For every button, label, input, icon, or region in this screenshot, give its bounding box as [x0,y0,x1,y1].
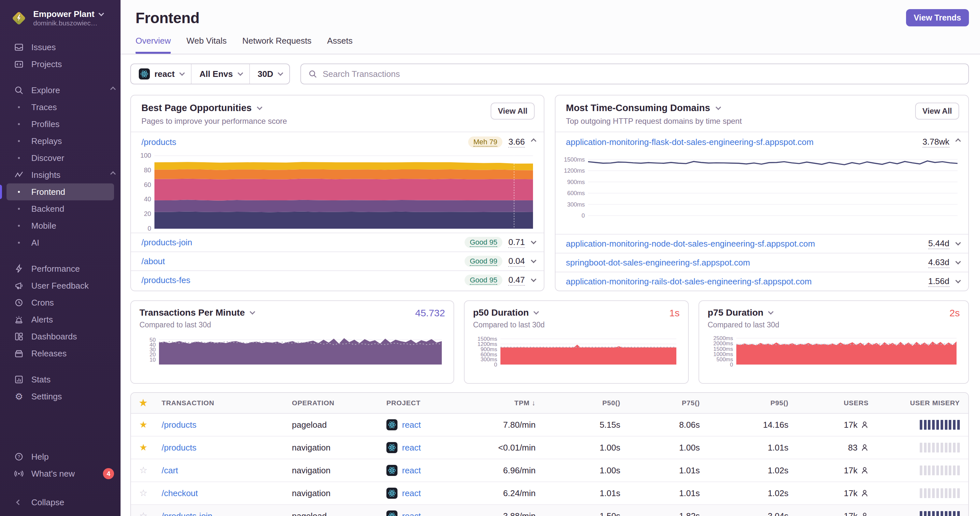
column-users[interactable]: USERS [794,399,875,407]
expand-row-icon[interactable] [531,239,536,245]
sidebar-group-explore[interactable]: Explore [0,82,121,99]
sidebar-item-mobile[interactable]: Mobile [0,217,121,234]
transaction-link[interactable]: /products-join [142,238,192,248]
tpm-title-toggle[interactable]: Transactions Per Minute [140,308,253,318]
expand-row-icon[interactable] [955,259,961,265]
expand-row-icon[interactable] [531,258,536,263]
transaction-link[interactable]: /about [142,256,165,267]
column-tpm-sorted[interactable]: TPM ↓ [475,399,541,407]
star-toggle[interactable]: ☆ [139,465,147,475]
page-opportunity-row[interactable]: /products Meh 79 3.66 [131,132,544,152]
sidebar-item-performance[interactable]: Performance [0,260,121,277]
tpm-cell: 6.24/min [475,488,541,499]
sidebar-item-user-feedback[interactable]: User Feedback [0,277,121,294]
date-range-filter[interactable]: 30D [249,64,290,84]
sidebar-item-frontend[interactable]: Frontend [0,183,121,200]
star-toggle[interactable]: ☆ [139,488,147,498]
domain-link[interactable]: application-monitoring-flask-dot-sales-e… [566,137,813,147]
domain-row[interactable]: application-monitoring-rails-dot-sales-e… [555,271,968,291]
tab-assets[interactable]: Assets [327,36,353,54]
project-link[interactable]: react [402,465,421,476]
page-opportunity-row[interactable]: /products-join Good 95 0.71 [131,233,544,251]
table-row[interactable]: ★ /products pageload react 7.80/min 5.15… [131,414,968,437]
p75-area-chart[interactable]: 0500ms1000ms1500ms2000ms2500ms [708,335,960,367]
view-all-domains-button[interactable]: View All [915,103,959,119]
domain-duration-line-chart[interactable]: 0300ms600ms900ms1200ms1500ms [559,153,961,218]
tab-network-requests[interactable]: Network Requests [242,36,312,54]
sidebar-item-traces[interactable]: Traces [0,99,121,116]
sidebar-item-profiles[interactable]: Profiles [0,116,121,133]
table-row[interactable]: ☆ /cart navigation react 6.96/min 1.00s … [131,459,968,482]
sidebar-item-stats[interactable]: Stats [0,371,121,388]
card-title-toggle[interactable]: Best Page Opportunities [142,103,287,113]
table-row[interactable]: ☆ /products-join pageload react 3.88/min… [131,505,968,516]
org-switcher[interactable]: Empower Plant dominik.buszowiec… [0,0,121,33]
card-title-toggle[interactable]: Most Time-Consuming Domains [566,103,742,113]
transaction-link[interactable]: /products [162,420,196,430]
sidebar-item-crons[interactable]: Crons [0,294,121,311]
column-user-misery[interactable]: USER MISERY [875,399,968,407]
project-link[interactable]: react [402,420,421,430]
project-link[interactable]: react [402,488,421,499]
sidebar-collapse-button[interactable]: Collapse [0,494,121,511]
sidebar-item-discover[interactable]: Discover [0,149,121,167]
sidebar-item-dashboards[interactable]: Dashboards [0,328,121,345]
project-filter[interactable]: react [131,64,191,84]
transaction-link[interactable]: /products-fes [142,275,190,285]
column-transaction[interactable]: TRANSACTION [156,399,286,407]
tab-overview[interactable]: Overview [135,36,171,54]
collapse-row-icon[interactable] [955,138,961,144]
page-opportunity-row[interactable]: /products-fes Good 95 0.47 [131,270,544,289]
column-p50[interactable]: P50() [541,399,626,407]
star-toggle[interactable]: ☆ [139,511,147,516]
performance-score-stacked-chart[interactable]: 020406080100 [135,153,536,231]
expand-row-icon[interactable] [955,240,961,246]
domain-link[interactable]: springboot-dot-sales-engineering-sf.apps… [566,258,750,268]
sidebar-item-issues[interactable]: Issues [0,39,121,56]
transaction-link[interactable]: /products [162,443,196,452]
page-opportunity-row[interactable]: /about Good 99 0.04 [131,251,544,270]
sidebar-item-replays[interactable]: Replays [0,133,121,149]
domain-row[interactable]: application-monitoring-node-dot-sales-en… [555,234,968,253]
p75-title-toggle[interactable]: p75 Duration [708,308,772,318]
transaction-link[interactable]: /products-join [162,511,212,516]
sidebar-item-backend[interactable]: Backend [0,200,121,217]
domain-row[interactable]: application-monitoring-flask-dot-sales-e… [555,132,968,152]
project-link[interactable]: react [402,443,421,453]
sidebar-item-help[interactable]: ? Help [0,448,121,465]
p50-title-toggle[interactable]: p50 Duration [473,308,537,318]
domain-row[interactable]: springboot-dot-sales-engineering-sf.apps… [555,253,968,271]
transaction-link[interactable]: /cart [162,465,178,475]
sidebar-item-settings[interactable]: ⚙ Settings [0,388,121,405]
p50-area-chart[interactable]: 0300ms600ms900ms1200ms1500ms [473,335,679,367]
star-toggle[interactable]: ★ [139,420,147,430]
transaction-link[interactable]: /checkout [162,488,198,498]
sidebar-item-whats-new[interactable]: What's new 4 [0,465,121,482]
sidebar-group-insights[interactable]: Insights [0,167,121,183]
domain-link[interactable]: application-monitoring-node-dot-sales-en… [566,239,815,249]
column-project[interactable]: PROJECT [377,399,475,407]
view-all-pages-button[interactable]: View All [491,103,535,119]
tab-web-vitals[interactable]: Web Vitals [186,36,226,54]
view-trends-button[interactable]: View Trends [906,9,969,26]
star-column-icon[interactable]: ★ [139,399,148,408]
sidebar-item-ai[interactable]: AI [0,234,121,251]
column-p95[interactable]: P95() [706,399,794,407]
table-row[interactable]: ☆ /checkout navigation react 6.24/min 1.… [131,482,968,505]
column-operation[interactable]: OPERATION [286,399,377,407]
collapse-row-icon[interactable] [531,138,536,144]
project-link[interactable]: react [402,511,421,516]
transaction-link[interactable]: /products [142,137,176,147]
environment-filter[interactable]: All Envs [191,64,249,84]
star-toggle[interactable]: ★ [139,443,147,452]
sidebar-item-alerts[interactable]: Alerts [0,311,121,328]
search-transactions-input[interactable] [323,69,961,79]
sidebar-item-releases[interactable]: Releases [0,345,121,362]
expand-row-icon[interactable] [531,276,536,282]
domain-link[interactable]: application-monitoring-rails-dot-sales-e… [566,276,811,287]
sidebar-item-projects[interactable]: Projects [0,56,121,73]
expand-row-icon[interactable] [955,278,961,283]
table-row[interactable]: ★ /products navigation react <0.01/min 1… [131,437,968,459]
column-p75[interactable]: P75() [626,399,706,407]
tpm-area-chart[interactable]: 1020304050 [140,335,445,367]
